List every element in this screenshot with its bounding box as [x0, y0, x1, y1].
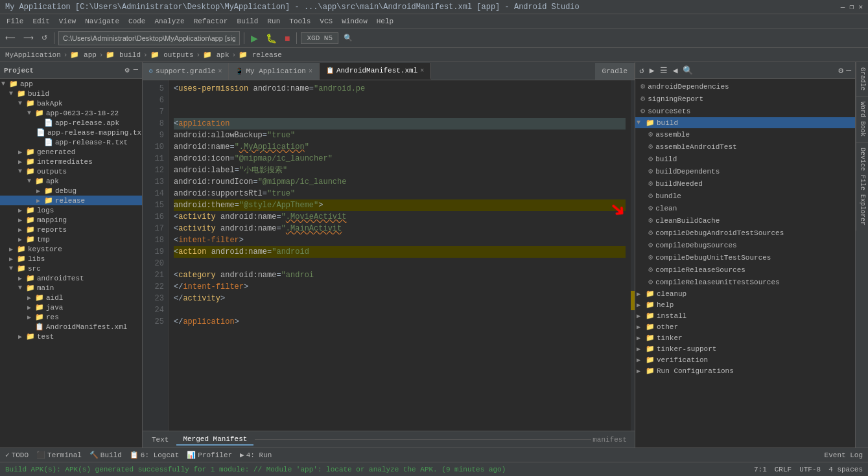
- gradle-item-install[interactable]: 📁 install: [635, 310, 855, 321]
- tree-item-apkfolder[interactable]: ▼ 📁 apk: [0, 176, 142, 186]
- gradle-item-verification[interactable]: 📁 verification: [635, 354, 855, 365]
- gradle-item-bundle[interactable]: ⚙ bundle: [635, 190, 855, 202]
- status-encoding[interactable]: UTF-8: [799, 466, 821, 473]
- gradle-item-compiledebugandroid[interactable]: ⚙ compileDebugAndroidTestSources: [635, 227, 855, 239]
- project-collapse-icon[interactable]: —: [134, 65, 138, 75]
- gradle-item-assemble[interactable]: ⚙ assemble: [635, 128, 855, 141]
- gradle-item-compiledebugunit[interactable]: ⚙ compileDebugUnitTestSources: [635, 251, 855, 264]
- status-indent[interactable]: 4 spaces: [828, 466, 863, 473]
- minimize-button[interactable]: —: [841, 3, 845, 11]
- toolbar-stop-button[interactable]: ■: [282, 32, 292, 45]
- tab-gradle-panel[interactable]: Gradle: [595, 63, 635, 80]
- tab-myapp[interactable]: 📱 My Application ×: [229, 63, 319, 80]
- tree-item-res[interactable]: ▶ 📁 res: [0, 312, 142, 322]
- task-logcat[interactable]: 📋 6: Logcat: [130, 451, 179, 459]
- tree-item-generated[interactable]: ▶ 📁 generated: [0, 147, 142, 157]
- breadcrumb-app[interactable]: 📁 app: [70, 51, 96, 59]
- menu-help[interactable]: Help: [373, 16, 397, 27]
- tree-item-mappingfolder[interactable]: ▶ 📁 mapping: [0, 215, 142, 225]
- task-run[interactable]: ▶ 4: Run: [240, 451, 272, 459]
- menu-view[interactable]: View: [55, 16, 80, 27]
- gradle-item-cleanbuildcache[interactable]: ⚙ cleanBuildCache: [635, 214, 855, 227]
- side-tab-wordbook[interactable]: Word Book: [856, 96, 868, 142]
- tree-item-mapping[interactable]: 📄 app-release-mapping.txt: [0, 128, 142, 137]
- gradle-item-sourcesets[interactable]: ⚙ sourceSets: [635, 105, 855, 117]
- tab-close-gradle[interactable]: ×: [218, 68, 222, 75]
- toolbar-back-button[interactable]: ⟵: [3, 32, 18, 43]
- tree-item-rfile[interactable]: 📄 app-release-R.txt: [0, 137, 142, 147]
- gradle-item-androiddep[interactable]: ⚙ androidDependencies: [635, 80, 855, 93]
- gradle-item-clean[interactable]: ⚙ clean: [635, 202, 855, 214]
- gradle-settings-icon[interactable]: ⚙: [838, 65, 843, 76]
- menu-run[interactable]: Run: [263, 16, 284, 27]
- gradle-item-compiledebugsources[interactable]: ⚙ compileDebugSources: [635, 239, 855, 251]
- breadcrumb-outputs[interactable]: 📁 outputs: [150, 51, 194, 59]
- tree-item-build[interactable]: ▼ 📁 build: [0, 89, 142, 98]
- gradle-run-icon[interactable]: ▶: [650, 65, 655, 76]
- task-todo[interactable]: ✓ TODO: [5, 451, 29, 459]
- bottom-tab-merged-manifest[interactable]: Merged Manifest: [176, 434, 253, 446]
- gradle-item-help[interactable]: 📁 help: [635, 299, 855, 310]
- task-event-log[interactable]: Event Log: [825, 451, 863, 459]
- breadcrumb-release[interactable]: 📁 release: [239, 51, 282, 59]
- status-lineending[interactable]: CRLF: [775, 466, 792, 473]
- gradle-item-other[interactable]: 📁 other: [635, 321, 855, 332]
- menu-window[interactable]: Window: [338, 16, 371, 27]
- tree-item-androidmanifest[interactable]: 📋 AndroidManifest.xml: [0, 322, 142, 332]
- tab-close-manifest[interactable]: ×: [420, 67, 424, 74]
- gradle-item-tinkersupport[interactable]: 📁 tinker-support: [635, 343, 855, 354]
- tree-item-main[interactable]: ▼ 📁 main: [0, 283, 142, 293]
- gradle-item-runconfigs[interactable]: 📁 Run Configurations: [635, 365, 855, 376]
- tree-item-logs[interactable]: ▶ 📁 logs: [0, 205, 142, 215]
- gradle-item-tinker[interactable]: 📁 tinker: [635, 332, 855, 343]
- tree-item-debug[interactable]: ▶ 📁 debug: [0, 186, 142, 196]
- tree-item-apkfile[interactable]: 📄 app-release.apk: [0, 118, 142, 128]
- gradle-item-build-group[interactable]: 📁 build: [635, 117, 855, 128]
- tree-item-app0623[interactable]: ▼ 📁 app-0623-23-18-22: [0, 108, 142, 118]
- gradle-item-build-task[interactable]: ⚙ build: [635, 153, 855, 165]
- breadcrumb-apk[interactable]: 📁 apk: [203, 51, 229, 59]
- gradle-item-builddependents[interactable]: ⚙ buildDependents: [635, 165, 855, 177]
- toolbar-search-button[interactable]: 🔍: [341, 32, 355, 43]
- tree-item-aidl[interactable]: ▶ 📁 aidl: [0, 293, 142, 302]
- gradle-item-compilereleasesources[interactable]: ⚙ compileReleaseSources: [635, 264, 855, 276]
- tree-item-release[interactable]: ▶ 📁 release: [0, 196, 142, 205]
- toolbar-refresh-button[interactable]: ↺: [39, 32, 50, 43]
- maximize-button[interactable]: ❐: [850, 3, 854, 11]
- tree-item-reports[interactable]: ▶ 📁 reports: [0, 225, 142, 234]
- project-settings-icon[interactable]: ⚙: [125, 65, 130, 75]
- bottom-tab-text[interactable]: Text: [145, 435, 175, 445]
- status-position[interactable]: 7:1: [754, 466, 767, 473]
- close-button[interactable]: ✕: [858, 3, 863, 11]
- menu-analyze[interactable]: Analyze: [150, 16, 188, 27]
- menu-vcs[interactable]: VCS: [316, 16, 336, 27]
- gradle-collapse-icon[interactable]: ◀: [673, 65, 678, 76]
- tree-item-keystore[interactable]: ▶ 📁 keystore: [0, 244, 142, 254]
- menu-tools[interactable]: Tools: [285, 16, 314, 27]
- tree-item-outputs[interactable]: ▼ 📁 outputs: [0, 166, 142, 176]
- tree-item-app[interactable]: ▼ 📁 app: [0, 79, 142, 89]
- breadcrumb-myapplication[interactable]: MyApplication: [5, 51, 61, 59]
- gradle-item-assembleandroidtest[interactable]: ⚙ assembleAndroidTest: [635, 141, 855, 153]
- tree-item-androidtest[interactable]: ▶ 📁 androidTest: [0, 273, 142, 283]
- gradle-toggle-icon[interactable]: ☰: [660, 65, 668, 76]
- side-tab-gradle[interactable]: Gradle: [856, 62, 868, 96]
- task-terminal[interactable]: ⬛ Terminal: [36, 451, 82, 459]
- tree-item-java[interactable]: ▶ 📁 java: [0, 302, 142, 312]
- toolbar-debug-button[interactable]: 🐛: [263, 32, 279, 45]
- task-build[interactable]: 🔨 Build: [89, 451, 122, 459]
- tree-item-src[interactable]: ▼ 📁 src: [0, 264, 142, 273]
- tree-item-test[interactable]: ▶ 📁 test: [0, 332, 142, 341]
- tree-item-libs[interactable]: ▶ 📁 libs: [0, 254, 142, 264]
- toolbar-forward-button[interactable]: ⟶: [21, 32, 36, 43]
- tab-manifest[interactable]: 📋 AndroidManifest.xml ×: [320, 63, 431, 80]
- tab-close-myapp[interactable]: ×: [309, 68, 312, 75]
- gradle-item-signingreport[interactable]: ⚙ signingReport: [635, 93, 855, 105]
- menu-edit[interactable]: Edit: [29, 16, 53, 27]
- tree-item-intermediates[interactable]: ▶ 📁 intermediates: [0, 157, 142, 166]
- code-content[interactable]: <uses-permission android:name="android.p…: [169, 80, 631, 431]
- side-tab-device-explorer[interactable]: Device File Explorer: [856, 142, 868, 231]
- gradle-filter-icon[interactable]: 🔍: [683, 65, 693, 76]
- menu-file[interactable]: File: [3, 16, 27, 27]
- tree-item-bakapk[interactable]: ▼ 📁 bakApk: [0, 98, 142, 108]
